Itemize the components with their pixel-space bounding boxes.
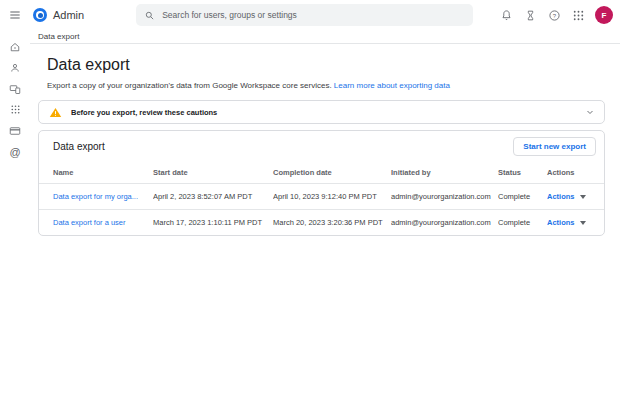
page-title: Data export <box>47 56 605 74</box>
col-header-actions: Actions <box>547 162 604 184</box>
account-at-icon: @ <box>9 146 20 158</box>
apps-launcher-icon[interactable] <box>568 5 588 25</box>
sidebar-item-billing[interactable] <box>4 120 26 141</box>
cautions-label: Before you export, review these cautions <box>71 108 217 117</box>
app-shell: @ Data export Data export Export a copy … <box>0 30 620 400</box>
main-content: Data export Data export Export a copy of… <box>30 30 620 400</box>
start-date-cell: March 17, 2023 1:10:11 PM PDT <box>153 210 273 236</box>
page-header: Data export Export a copy of your organi… <box>38 56 605 90</box>
sidebar-item-account[interactable]: @ <box>4 141 26 162</box>
actions-label: Actions <box>547 218 575 227</box>
actions-dropdown[interactable]: Actions <box>547 192 586 201</box>
actions-label: Actions <box>547 192 575 201</box>
subtitle-text: Export a copy of your organization's dat… <box>47 81 334 90</box>
status-cell: Complete <box>498 184 547 210</box>
brand-title: Admin <box>53 9 84 21</box>
table-row: Data export for my orga... April 2, 2023… <box>39 184 604 210</box>
pending-tasks-hourglass-icon[interactable] <box>520 5 540 25</box>
devices-icon <box>9 83 21 95</box>
top-app-bar: Admin ? F <box>0 0 620 30</box>
warning-icon <box>49 106 62 119</box>
chevron-down-icon[interactable] <box>584 106 596 118</box>
card-title: Data export <box>53 141 105 152</box>
help-icon[interactable]: ? <box>544 5 564 25</box>
exports-table: Name Start date Completion date Initiate… <box>39 162 604 235</box>
initiated-by-cell: admin@yourorganization.com <box>391 210 498 236</box>
status-cell: Complete <box>498 210 547 236</box>
caret-down-icon <box>580 195 586 199</box>
admin-logo[interactable]: Admin <box>33 8 84 22</box>
export-name-link[interactable]: Data export for my orga... <box>53 192 138 201</box>
col-header-start-date: Start date <box>153 162 273 184</box>
cautions-expander[interactable]: Before you export, review these cautions <box>38 100 605 124</box>
breadcrumb[interactable]: Data export <box>38 32 79 41</box>
table-header-row: Name Start date Completion date Initiate… <box>39 162 604 184</box>
notifications-bell-icon[interactable] <box>496 5 516 25</box>
col-header-name: Name <box>39 162 153 184</box>
page-subtitle: Export a copy of your organization's dat… <box>47 81 605 90</box>
svg-text:?: ? <box>552 12 556 18</box>
account-avatar[interactable]: F <box>595 6 613 24</box>
breadcrumb-bar: Data export <box>30 30 620 44</box>
billing-card-icon <box>9 125 21 137</box>
start-date-cell: April 2, 2023 8:52:07 AM PDT <box>153 184 273 210</box>
left-nav-rail: @ <box>0 30 30 400</box>
card-header: Data export Start new export <box>39 131 604 162</box>
sidebar-item-apps[interactable] <box>4 99 26 120</box>
data-export-card: Data export Start new export Name Start … <box>38 130 605 236</box>
topbar-actions: ? F <box>496 5 620 25</box>
col-header-status: Status <box>498 162 547 184</box>
search-icon <box>144 10 155 21</box>
sidebar-item-directory[interactable] <box>4 57 26 78</box>
admin-logo-icon <box>33 8 47 22</box>
start-new-export-button[interactable]: Start new export <box>513 137 596 156</box>
search-input[interactable] <box>162 10 465 20</box>
table-row: Data export for a user March 17, 2023 1:… <box>39 210 604 236</box>
search-bar[interactable] <box>136 4 473 26</box>
sidebar-item-home[interactable] <box>4 36 26 57</box>
learn-more-link[interactable]: Learn more about exporting data <box>334 81 450 90</box>
initiated-by-cell: admin@yourorganization.com <box>391 184 498 210</box>
completion-date-cell: April 10, 2023 9:12:40 PM PDT <box>273 184 391 210</box>
col-header-completion-date: Completion date <box>273 162 391 184</box>
caret-down-icon <box>580 221 586 225</box>
directory-person-icon <box>9 62 21 74</box>
col-header-initiated-by: Initiated by <box>391 162 498 184</box>
export-name-link[interactable]: Data export for a user <box>53 218 126 227</box>
actions-dropdown[interactable]: Actions <box>547 218 586 227</box>
apps-grid-icon <box>10 104 21 115</box>
hamburger-menu-icon[interactable] <box>5 5 25 25</box>
home-icon <box>9 41 21 53</box>
completion-date-cell: March 20, 2023 3:20:36 PM PDT <box>273 210 391 236</box>
sidebar-item-devices[interactable] <box>4 78 26 99</box>
